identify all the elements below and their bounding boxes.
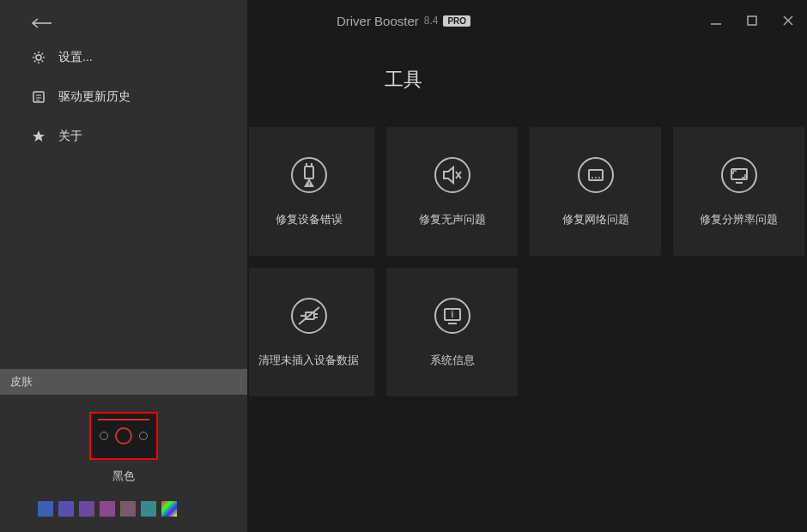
color-swatch[interactable] <box>79 501 94 517</box>
tool-clean-unplugged[interactable]: 清理未插入设备数据 <box>243 268 374 396</box>
skin-header: 皮肤 <box>0 369 247 395</box>
tool-label: 修复分辨率问题 <box>700 212 778 227</box>
tool-label: 修复无声问题 <box>419 212 486 227</box>
device-error-icon: ! <box>289 155 329 195</box>
side-menu: 设置... 驱动更新历史 关于 皮肤 黑色 <box>0 0 249 532</box>
tool-system-info[interactable]: i 系统信息 <box>386 268 518 396</box>
tool-fix-sound[interactable]: 修复无声问题 <box>386 127 518 256</box>
color-swatch[interactable] <box>120 501 136 517</box>
color-swatch[interactable] <box>58 501 74 517</box>
skin-section: 皮肤 黑色 <box>0 369 247 532</box>
tool-label: 修复设备错误 <box>276 212 343 227</box>
app-title: Driver Booster 8.4 PRO <box>337 14 470 28</box>
star-icon <box>31 129 46 144</box>
svg-point-16 <box>598 177 600 178</box>
tool-fix-resolution[interactable]: 修复分辨率问题 <box>673 127 804 256</box>
menu-history[interactable]: 驱动更新历史 <box>0 77 247 117</box>
window-controls <box>706 0 798 41</box>
gear-icon <box>31 50 46 65</box>
menu-label: 驱动更新历史 <box>58 89 130 105</box>
color-swatch[interactable] <box>141 501 156 517</box>
color-swatch[interactable] <box>161 501 177 517</box>
color-swatch[interactable] <box>38 501 53 517</box>
svg-rect-5 <box>305 166 313 178</box>
network-icon <box>576 155 616 195</box>
svg-point-35 <box>36 55 41 60</box>
menu-about[interactable]: 关于 <box>0 117 247 156</box>
color-swatch[interactable] <box>100 501 115 517</box>
svg-text:!: ! <box>307 180 309 188</box>
skin-swatches <box>0 501 247 532</box>
edition-badge: PRO <box>443 15 470 27</box>
mute-icon <box>433 155 472 195</box>
minimize-button[interactable] <box>706 10 726 31</box>
menu-label: 设置... <box>58 50 93 65</box>
app-name: Driver Booster <box>337 14 419 28</box>
tool-label: 系统信息 <box>430 353 475 368</box>
menu-label: 关于 <box>58 129 82 144</box>
unplugged-icon <box>289 296 329 336</box>
skin-thumbnail[interactable] <box>89 412 158 460</box>
tool-fix-device[interactable]: ! 修复设备错误 <box>243 127 374 256</box>
svg-text:i: i <box>451 310 453 319</box>
menu-settings[interactable]: 设置... <box>0 38 247 77</box>
svg-rect-13 <box>589 170 603 180</box>
tool-fix-network[interactable]: 修复网络问题 <box>530 127 661 256</box>
svg-marker-40 <box>33 130 45 142</box>
back-button[interactable] <box>0 0 247 38</box>
skin-name: 黑色 <box>112 469 135 484</box>
svg-point-15 <box>595 177 597 178</box>
app-version: 8.4 <box>424 15 439 27</box>
maximize-button[interactable] <box>742 10 762 31</box>
svg-rect-1 <box>748 16 756 25</box>
tool-label: 修复网络问题 <box>562 212 629 227</box>
history-icon <box>31 89 46 105</box>
resolution-icon <box>719 155 759 195</box>
close-button[interactable] <box>778 10 798 31</box>
svg-point-17 <box>722 158 756 192</box>
sysinfo-icon: i <box>433 296 472 336</box>
svg-point-12 <box>579 158 613 192</box>
tool-label: 清理未插入设备数据 <box>258 353 359 368</box>
svg-point-14 <box>592 177 593 178</box>
